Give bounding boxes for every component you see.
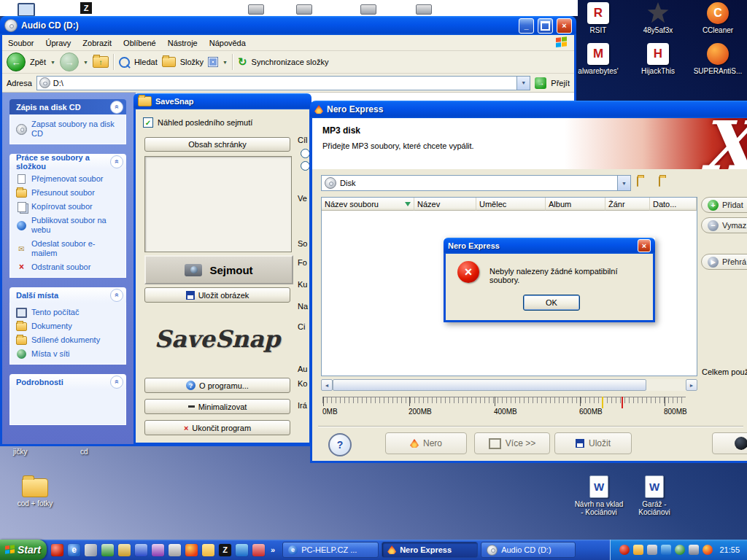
column-header-title[interactable]: Název — [414, 198, 476, 211]
folders-icon[interactable] — [162, 57, 176, 67]
desktop-icon-ccleaner[interactable]: C CCleaner — [689, 2, 746, 34]
nero-button[interactable]: Nero — [385, 432, 467, 454]
column-header-artist[interactable]: Umělec — [476, 198, 546, 211]
about-button[interactable]: ? O programu... — [144, 378, 290, 393]
clipboard-contents-button[interactable]: Obsah schránky — [144, 137, 290, 152]
tray-update-icon[interactable] — [633, 545, 643, 555]
views-icon[interactable] — [208, 57, 218, 67]
disk-combo-value[interactable]: Disk — [340, 179, 614, 187]
horizontal-scrollbar[interactable]: ◄ ► — [321, 379, 697, 391]
quicklaunch-icon[interactable] — [202, 544, 214, 556]
menu-soubor[interactable]: Soubor — [2, 36, 39, 50]
savesnap-titlebar[interactable]: SaveSnap — [133, 93, 311, 109]
views-dropdown-icon[interactable]: ▼ — [222, 60, 228, 65]
dialog-close-button[interactable]: × — [638, 239, 651, 252]
panel-header[interactable]: Práce se soubory a složkou » — [9, 154, 126, 169]
place-shared-documents[interactable]: Sdílené dokumenty — [16, 335, 120, 345]
task-audio-cd[interactable]: Audio CD (D:) — [481, 542, 576, 558]
go-label[interactable]: Přejít — [551, 79, 570, 88]
quicklaunch-icon[interactable] — [152, 544, 164, 556]
forward-button[interactable]: → — [60, 52, 79, 71]
desktop-partial-label[interactable]: jičky — [13, 448, 27, 456]
address-combo[interactable]: D:\ ▼ — [36, 76, 530, 90]
desktop-icon-doc-2[interactable]: W Garáž - Kociánovi — [629, 475, 680, 516]
desktop-icon-rsit[interactable]: R RSIT — [570, 2, 627, 34]
quicklaunch-icon[interactable] — [185, 544, 198, 556]
task-write-files-to-cd[interactable]: Zapsat soubory na disk CD — [16, 120, 120, 139]
panel-header[interactable]: Podrobnosti » — [9, 374, 126, 389]
menu-napoveda[interactable]: Nápověda — [204, 36, 252, 50]
quicklaunch-overflow-chevron[interactable]: » — [271, 545, 275, 554]
open-folder-icon[interactable] — [659, 176, 660, 187]
task-publish-file[interactable]: Publikovat soubor na webu — [16, 216, 120, 235]
search-icon[interactable] — [119, 57, 130, 68]
nero-titlebar[interactable]: Nero Express — [310, 101, 747, 118]
column-header-genre[interactable]: Žánr — [605, 198, 650, 211]
place-my-computer[interactable]: Tento počítač — [16, 308, 120, 317]
place-documents[interactable]: Dokumenty — [16, 322, 120, 331]
up-button[interactable]: ↑ — [93, 56, 109, 68]
address-value[interactable]: D:\ — [53, 79, 514, 88]
stop-button[interactable]: Stop — [712, 432, 747, 454]
folder-up-icon[interactable] — [637, 176, 638, 187]
quicklaunch-icon[interactable] — [101, 544, 114, 556]
tray-antivirus-icon[interactable] — [619, 545, 630, 555]
more-button[interactable]: Více >> — [474, 432, 550, 454]
quicklaunch-icon[interactable] — [252, 544, 265, 556]
desktop-icon-doc-1[interactable]: W Návrh na vklad - Kociánovi — [570, 475, 627, 516]
column-header-date[interactable]: Dato... — [650, 198, 697, 211]
collapse-chevron-icon[interactable]: » — [110, 289, 123, 302]
desktop-icon-48y5af3x[interactable]: 48y5af3x — [630, 2, 686, 34]
scrollbar-thumb[interactable] — [333, 379, 646, 391]
quicklaunch-icon[interactable] — [51, 544, 63, 556]
task-nero-express[interactable]: Nero Express — [382, 542, 478, 558]
capture-button[interactable]: Sejmout — [144, 255, 293, 284]
panel-header[interactable]: Další místa » — [9, 287, 126, 303]
go-icon[interactable]: → — [535, 77, 546, 89]
quicklaunch-icon[interactable] — [118, 544, 131, 556]
ok-button[interactable]: OK — [523, 295, 580, 311]
exit-program-button[interactable]: × Ukončit program — [144, 420, 290, 435]
start-button[interactable]: Start — [0, 540, 47, 560]
preview-checkbox[interactable]: ✓ Náhled posledního sejmutí — [143, 117, 252, 128]
folders-label[interactable]: Složky — [180, 58, 204, 66]
desktop-icon-malwarebytes[interactable]: M alwarebytes' — [570, 43, 627, 75]
collapse-chevron-icon[interactable]: » — [110, 101, 123, 114]
save-image-button[interactable]: Uložit obrázek — [144, 287, 290, 303]
collapse-chevron-icon[interactable]: » — [110, 376, 123, 389]
menu-upravy[interactable]: Úpravy — [39, 36, 77, 50]
dialog-titlebar[interactable]: Nero Express × — [444, 238, 655, 254]
column-header-album[interactable]: Album — [546, 198, 605, 211]
minimize-program-button[interactable]: Minimalizovat — [144, 399, 290, 414]
disk-dropdown-icon[interactable]: ▼ — [617, 176, 630, 190]
sync-icon[interactable]: ↻ — [238, 55, 247, 69]
back-dropdown-icon[interactable]: ▼ — [50, 60, 55, 65]
quicklaunch-ie-icon[interactable]: e — [68, 544, 80, 556]
tray-nero-icon[interactable] — [703, 545, 713, 555]
quicklaunch-icon[interactable] — [135, 544, 147, 556]
search-label[interactable]: Hledat — [134, 58, 158, 66]
desktop-icon-hijackthis[interactable]: H HijackThis — [630, 43, 686, 75]
column-header-filename[interactable]: Název souboru — [322, 198, 414, 211]
scroll-left-icon[interactable]: ◄ — [321, 379, 333, 391]
menu-oblibene[interactable]: Oblíbené — [117, 36, 162, 50]
place-network[interactable]: Místa v síti — [16, 349, 120, 359]
play-button[interactable]: ▶ Přehrá — [701, 254, 747, 270]
radio-button[interactable] — [301, 149, 310, 158]
delete-button[interactable]: − Vymaz — [701, 217, 747, 233]
back-button[interactable]: ← — [7, 52, 26, 71]
desktop-icon-folder[interactable]: cod + fotky — [6, 478, 64, 508]
task-pchelp[interactable]: e PC-HELP.CZ ... — [282, 542, 379, 558]
save-button[interactable]: Uložit — [554, 432, 632, 454]
tray-network-icon[interactable] — [661, 545, 671, 555]
desktop-icon-superantispyware[interactable]: SUPERAntiS... — [689, 43, 746, 75]
checkbox-checked-icon[interactable]: ✓ — [143, 117, 153, 128]
panel-header[interactable]: Zápis na disk CD » — [9, 99, 126, 114]
task-email-file[interactable]: ✉ Odeslat soubor e-mailem — [16, 239, 120, 258]
forward-dropdown-icon[interactable]: ▼ — [83, 60, 88, 65]
maximize-button[interactable] — [538, 18, 553, 34]
back-label[interactable]: Zpět — [30, 58, 46, 66]
quicklaunch-icon[interactable] — [85, 544, 97, 556]
menu-nastroje[interactable]: Nástroje — [162, 36, 204, 50]
taskbar-clock[interactable]: 21:55 — [719, 545, 740, 554]
